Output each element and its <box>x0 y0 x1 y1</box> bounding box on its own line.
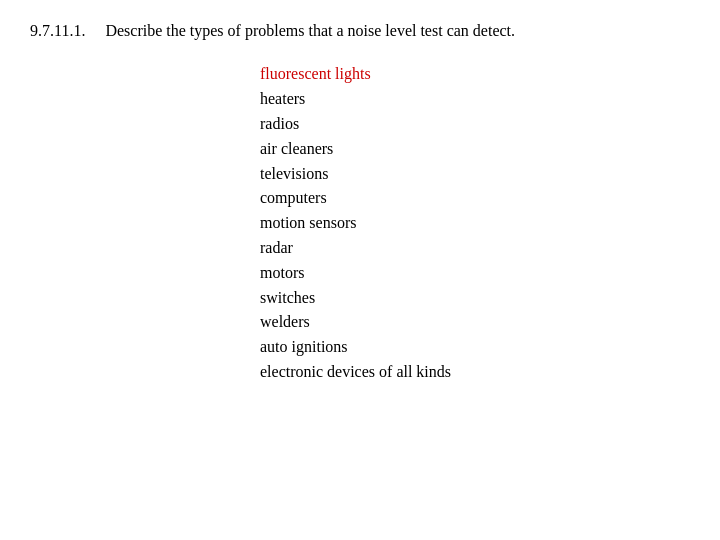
list-container: fluorescent lightsheatersradiosair clean… <box>30 62 690 384</box>
question-number: 9.7.11.1. <box>30 22 85 39</box>
list-item: motion sensors <box>260 211 690 236</box>
list-item: air cleaners <box>260 137 690 162</box>
question-body: Describe the types of problems that a no… <box>105 22 515 39</box>
list-item: radios <box>260 112 690 137</box>
list-item: welders <box>260 310 690 335</box>
page-container: 9.7.11.1. Describe the types of problems… <box>0 0 720 540</box>
list-item: auto ignitions <box>260 335 690 360</box>
list-item: fluorescent lights <box>260 62 690 87</box>
question-text: 9.7.11.1. Describe the types of problems… <box>30 20 690 42</box>
list-item: televisions <box>260 162 690 187</box>
list-item: computers <box>260 186 690 211</box>
list-item: heaters <box>260 87 690 112</box>
list-item: switches <box>260 286 690 311</box>
list-item: radar <box>260 236 690 261</box>
list-item: motors <box>260 261 690 286</box>
list-item: electronic devices of all kinds <box>260 360 690 385</box>
